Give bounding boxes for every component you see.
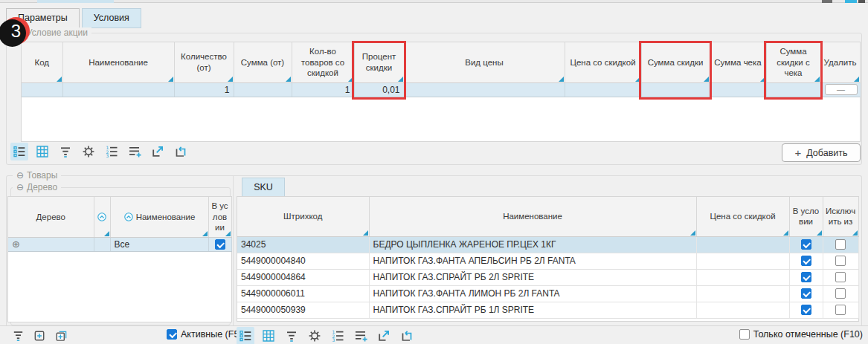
sku-row[interactable]: 5449000006011 НАПИТОК ГАЗ.ФАНТА ЛИМОН РБ… bbox=[237, 285, 858, 302]
tree-header-row: Дерево Наименование В условии bbox=[8, 197, 231, 237]
expand-icon[interactable]: ⊕ bbox=[12, 238, 20, 250]
filter-icon[interactable] bbox=[57, 143, 74, 160]
filter-icon[interactable] bbox=[10, 328, 25, 343]
numbered-list-icon[interactable] bbox=[103, 143, 120, 160]
grid-view-icon[interactable] bbox=[33, 143, 51, 160]
open-in-new-icon[interactable] bbox=[375, 327, 393, 344]
active-checkbox[interactable] bbox=[167, 329, 177, 340]
annotation-badge-3: 3 bbox=[2, 17, 30, 45]
col-shtrihkod[interactable]: Штрихкод bbox=[237, 197, 369, 236]
only-marked-control[interactable]: Только отмеченные (F10) bbox=[739, 329, 863, 340]
col-sku-isklyuchit[interactable]: Исключить из bbox=[823, 197, 858, 236]
cell-summa-skidki bbox=[641, 82, 710, 97]
sku-table-body: 34025 БЕДРО ЦЫПЛЕНКА ЖАРЕНОЕ ПР.ЦЕХ 1КГ … bbox=[237, 236, 858, 318]
collapse-icon[interactable]: ⊖ bbox=[16, 182, 24, 192]
conditions-table: Код Наименование Количество (от) Сумма (… bbox=[21, 42, 861, 142]
col-summa-cheka[interactable]: Сумма чека bbox=[710, 42, 766, 82]
conditions-header-row: Код Наименование Количество (от) Сумма (… bbox=[22, 42, 860, 82]
exclude-checkbox[interactable] bbox=[835, 288, 846, 299]
col-kolvo-tovarov[interactable]: Кол-во товаров со скидкой bbox=[292, 42, 354, 82]
list-view-icon[interactable] bbox=[237, 327, 254, 344]
in-condition-checkbox[interactable] bbox=[801, 239, 811, 250]
settings-gear-icon[interactable] bbox=[306, 327, 324, 344]
exclude-checkbox[interactable] bbox=[835, 239, 846, 250]
refresh-icon[interactable] bbox=[172, 143, 190, 160]
col-sku-naimenovanie[interactable]: Наименование bbox=[369, 197, 696, 236]
exclude-checkbox[interactable] bbox=[835, 305, 846, 315]
col-procent-skidki[interactable]: Процент скидки bbox=[354, 42, 404, 82]
top-icon-fragment bbox=[845, 0, 857, 3]
sku-row[interactable]: 5449000004864 НАПИТОК ГАЗ.СПРАЙТ РБ 2Л S… bbox=[237, 269, 858, 285]
refresh-icon[interactable] bbox=[398, 327, 416, 344]
col-tree-v-uslovii[interactable]: В условии bbox=[208, 197, 231, 237]
col-sku-cena[interactable]: Цена со скидкой bbox=[696, 197, 789, 236]
add-to-list-icon[interactable] bbox=[352, 327, 370, 344]
sku-discount-price bbox=[696, 236, 789, 253]
col-udalit[interactable]: Удалить bbox=[820, 42, 860, 82]
collapse-icon[interactable]: ⊖ bbox=[16, 170, 24, 181]
col-sku-v-uslovii[interactable]: В условии bbox=[789, 197, 823, 236]
sku-footer-toolbar bbox=[237, 327, 416, 344]
tab-sku[interactable]: SKU bbox=[242, 178, 285, 196]
sku-name: БЕДРО ЦЫПЛЕНКА ЖАРЕНОЕ ПР.ЦЕХ 1КГ bbox=[369, 236, 696, 253]
cell-kolichestvo-ot: 1 bbox=[174, 82, 234, 97]
col-derevo[interactable]: Дерево bbox=[8, 197, 94, 237]
condition-row[interactable]: 1 1 0,01 — bbox=[22, 82, 860, 97]
top-tab-fragment bbox=[37, 0, 114, 3]
sku-row[interactable]: 34025 БЕДРО ЦЫПЛЕНКА ЖАРЕНОЕ ПР.ЦЕХ 1КГ bbox=[237, 236, 858, 253]
add-condition-button[interactable]: + Добавить bbox=[782, 143, 861, 162]
exclude-checkbox[interactable] bbox=[835, 272, 846, 282]
exclude-checkbox[interactable] bbox=[835, 256, 846, 266]
in-condition-checkbox[interactable] bbox=[801, 272, 811, 282]
top-icon-fragment bbox=[858, 0, 865, 3]
tree-row-vse[interactable]: ⊕ Все bbox=[8, 237, 231, 251]
top-icon-fragment bbox=[822, 0, 832, 3]
tab-conditions[interactable]: Условия bbox=[82, 8, 141, 28]
condition-groupbox-legend: Условие акции bbox=[23, 27, 91, 38]
col-summa-skidki[interactable]: Сумма скидки bbox=[641, 42, 710, 82]
filter-icon[interactable] bbox=[283, 327, 300, 344]
col-naimenovanie[interactable]: Наименование bbox=[62, 42, 174, 82]
cell-cena-so-skidkoj bbox=[565, 82, 641, 97]
in-condition-checkbox[interactable] bbox=[801, 305, 811, 315]
add-group-icon[interactable] bbox=[54, 328, 68, 343]
col-summa-ot[interactable]: Сумма (от) bbox=[234, 42, 292, 82]
numbered-list-icon[interactable] bbox=[329, 327, 347, 344]
delete-row-button[interactable]: — bbox=[825, 84, 858, 95]
col-summa-skidki-s-cheka[interactable]: Сумма скидки с чека bbox=[766, 42, 820, 82]
tree-name-header-text: Наименование bbox=[136, 212, 196, 221]
grid-view-icon[interactable] bbox=[260, 327, 277, 344]
active-checkbox-label: Активные (F5) bbox=[181, 329, 242, 340]
sku-row[interactable]: 5449000004840 НАПИТОК ГАЗ.ФАНТА АПЕЛЬСИН… bbox=[237, 253, 858, 269]
sku-header-row: Штрихкод Наименование Цена со скидкой В … bbox=[237, 197, 858, 236]
plus-icon: + bbox=[794, 147, 801, 158]
sku-name: НАПИТОК ГАЗ.ФАНТА АПЕЛЬСИН РБ 2Л FANTA bbox=[369, 253, 696, 269]
panel-divider bbox=[233, 175, 234, 344]
window-top-strip bbox=[0, 0, 868, 3]
add-to-list-icon[interactable] bbox=[126, 143, 144, 160]
only-marked-checkbox[interactable] bbox=[739, 329, 750, 340]
sku-barcode: 5449000004840 bbox=[237, 253, 369, 269]
tree-groupbox-legend: ⊖Дерево bbox=[13, 182, 61, 192]
add-item-icon[interactable] bbox=[32, 328, 47, 343]
col-cena-so-skidkoj[interactable]: Цена со скидкой bbox=[565, 42, 641, 82]
col-vid-ceny[interactable]: Вид цены bbox=[404, 42, 565, 82]
col-tree-naimenovanie[interactable]: Наименование bbox=[110, 197, 208, 237]
active-filter-control[interactable]: Активные (F5) bbox=[167, 329, 242, 340]
col-kod[interactable]: Код bbox=[22, 42, 62, 82]
add-condition-label: Добавить bbox=[806, 148, 847, 158]
cell-kolvo-tovarov: 1 bbox=[292, 82, 354, 97]
list-view-icon[interactable] bbox=[10, 143, 28, 160]
sort-circle-icon[interactable] bbox=[94, 197, 110, 237]
sku-name: НАПИТОК ГАЗ.СПРАЙТ РБ 1Л SPRITE bbox=[369, 302, 696, 318]
in-condition-checkbox[interactable] bbox=[801, 288, 811, 299]
products-groupbox-legend: ⊖Товары bbox=[13, 170, 61, 181]
open-in-new-icon[interactable] bbox=[149, 143, 167, 160]
sku-barcode: 5449000050939 bbox=[237, 302, 369, 318]
sku-discount-price bbox=[696, 302, 789, 318]
in-condition-checkbox[interactable] bbox=[215, 239, 225, 250]
settings-gear-icon[interactable] bbox=[80, 143, 97, 160]
sku-row[interactable]: 5449000050939 НАПИТОК ГАЗ.СПРАЙТ РБ 1Л S… bbox=[237, 302, 858, 318]
col-kolichestvo-ot[interactable]: Количество (от) bbox=[174, 42, 234, 82]
in-condition-checkbox[interactable] bbox=[801, 256, 811, 266]
